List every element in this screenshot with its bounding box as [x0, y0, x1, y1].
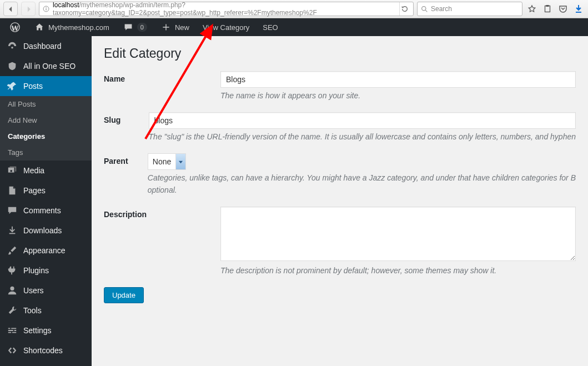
address-bar[interactable]: localhost/mythemeshop/wp-admin/term.php?…	[39, 2, 414, 16]
menu-label: Dashboard	[23, 42, 62, 51]
parent-select[interactable]: None	[148, 153, 186, 170]
pocket-button[interactable]	[557, 3, 569, 15]
submenu-tags[interactable]: Tags	[0, 144, 92, 161]
collapse-menu[interactable]: Collapse menu	[0, 360, 92, 366]
parent-help2: optional.	[148, 185, 576, 194]
library-button[interactable]	[541, 3, 554, 15]
menu-downloads[interactable]: Downloads	[0, 220, 92, 240]
menu-tools[interactable]: Tools	[0, 300, 92, 320]
name-input[interactable]	[220, 71, 576, 88]
menu-label: Plugins	[23, 266, 49, 275]
menu-appearance[interactable]: Appearance	[0, 240, 92, 260]
menu-label: Downloads	[23, 226, 62, 235]
svg-rect-7	[576, 12, 581, 13]
browser-toolbar: localhost/mythemeshop/wp-admin/term.php?…	[0, 0, 588, 18]
main-content: Edit Category Name The name is how it ap…	[92, 36, 588, 366]
comments-link[interactable]: 0	[118, 18, 152, 36]
menu-plugins[interactable]: Plugins	[0, 260, 92, 280]
home-icon	[34, 22, 45, 33]
comment-icon	[123, 22, 134, 33]
url-path: /mythemeshop/wp-admin/term.php?taxonomy=…	[53, 1, 317, 17]
menu-posts[interactable]: Posts	[0, 76, 92, 96]
reload-button[interactable]	[399, 2, 410, 16]
slug-label: Slug	[104, 112, 149, 124]
menu-label: Appearance	[23, 246, 66, 255]
forward-button[interactable]	[21, 2, 36, 16]
info-icon	[43, 5, 49, 13]
menu-aioseo[interactable]: All in One SEO	[0, 56, 92, 76]
svg-rect-2	[46, 8, 47, 10]
menu-label: Settings	[23, 326, 52, 335]
download-icon	[574, 4, 583, 13]
slug-help: The "slug" is the URL-friendly version o…	[149, 132, 576, 141]
menu-shortcodes[interactable]: Shortcodes	[0, 340, 92, 360]
menu-label: Comments	[23, 206, 61, 215]
view-label: View Category	[203, 23, 249, 32]
menu-users[interactable]: Users	[0, 280, 92, 300]
svg-point-10	[10, 170, 12, 172]
new-label: New	[175, 23, 189, 32]
menu-label: Posts	[23, 82, 43, 91]
comment-icon	[7, 205, 18, 216]
arrow-left-icon	[7, 6, 14, 13]
seo-menu[interactable]: SEO	[258, 18, 283, 36]
svg-point-12	[10, 287, 14, 290]
desc-help: The description is not prominent by defa…	[220, 266, 576, 275]
view-category-link[interactable]: View Category	[198, 18, 254, 36]
media-icon	[7, 165, 18, 176]
menu-settings[interactable]: Settings	[0, 320, 92, 340]
menu-media[interactable]: Media	[0, 161, 92, 181]
admin-sidebar: Dashboard All in One SEO Posts All Posts…	[0, 36, 92, 366]
parent-value: None	[153, 157, 171, 166]
field-slug: Slug The "slug" is the URL-friendly vers…	[104, 112, 576, 141]
browser-search[interactable]: Search	[417, 2, 522, 16]
bookmark-star-button[interactable]	[526, 3, 538, 15]
arrow-right-icon	[25, 6, 32, 13]
user-icon	[7, 285, 18, 296]
seo-label: SEO	[263, 23, 278, 32]
submenu-categories[interactable]: Categories	[0, 128, 92, 144]
new-content-link[interactable]: New	[155, 18, 194, 36]
svg-point-9	[11, 47, 13, 49]
dashboard-icon	[7, 41, 18, 52]
field-description: Description The description is not promi…	[104, 207, 576, 275]
wp-logo-menu[interactable]	[4, 18, 26, 36]
page-icon	[7, 185, 18, 196]
brush-icon	[7, 245, 18, 256]
menu-label: Media	[23, 166, 44, 175]
reload-icon	[401, 5, 409, 13]
pin-icon	[7, 81, 18, 92]
plus-icon	[160, 22, 172, 33]
site-name-link[interactable]: Mythemeshop.com	[29, 18, 114, 36]
sliders-icon	[7, 325, 18, 336]
slug-input[interactable]	[149, 112, 576, 129]
site-name: Mythemeshop.com	[48, 23, 109, 32]
parent-label: Parent	[104, 153, 148, 166]
menu-pages[interactable]: Pages	[0, 181, 92, 200]
menu-comments[interactable]: Comments	[0, 200, 92, 220]
search-icon	[421, 6, 428, 13]
download-icon	[7, 225, 18, 236]
field-name: Name The name is how it appears on your …	[104, 71, 576, 100]
downloads-button[interactable]	[572, 3, 585, 15]
back-button[interactable]	[3, 2, 18, 16]
submenu-all-posts[interactable]: All Posts	[0, 96, 92, 112]
svg-line-4	[425, 10, 427, 12]
menu-dashboard[interactable]: Dashboard	[0, 36, 92, 56]
svg-rect-11	[9, 233, 16, 234]
field-parent: Parent None Categories, unlike tags, can…	[104, 153, 576, 194]
wp-admin-bar: Mythemeshop.com 0 New View Category SEO	[0, 18, 588, 36]
comments-count: 0	[137, 23, 147, 32]
menu-label: All in One SEO	[23, 62, 76, 71]
star-icon	[527, 4, 536, 13]
description-textarea[interactable]	[220, 207, 576, 261]
submenu-posts: All Posts Add New Categories Tags	[0, 96, 92, 161]
name-help: The name is how it appears on your site.	[220, 91, 576, 100]
page-title: Edit Category	[104, 46, 576, 61]
submenu-add-new[interactable]: Add New	[0, 112, 92, 128]
svg-point-3	[422, 6, 426, 10]
update-button[interactable]: Update	[104, 287, 144, 303]
search-placeholder: Search	[431, 5, 452, 13]
pocket-icon	[559, 4, 567, 13]
code-icon	[7, 345, 18, 356]
